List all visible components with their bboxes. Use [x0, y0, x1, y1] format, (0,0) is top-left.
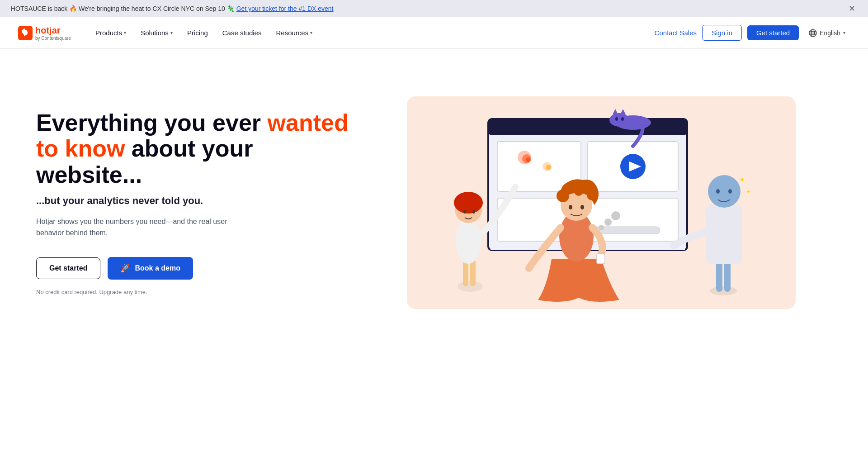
nav-item-resources[interactable]: Resources ▾ — [269, 25, 319, 40]
svg-rect-20 — [470, 259, 476, 286]
hero-content: Everything you ever wanted to know about… — [36, 76, 370, 329]
svg-point-33 — [569, 205, 572, 209]
sign-in-button[interactable]: Sign in — [702, 25, 742, 41]
logo-text: hotjar by Contentsquare — [35, 25, 71, 41]
announcement-bar: HOTSAUCE is back 🔥 We're bringing the he… — [0, 0, 868, 17]
svg-point-51 — [615, 117, 618, 121]
solutions-chevron-icon: ▾ — [170, 30, 173, 35]
announcement-text: HOTSAUCE is back 🔥 We're bringing the he… — [11, 5, 235, 12]
nav-item-products[interactable]: Products ▾ — [89, 25, 132, 40]
hero-subheadline: ...but your analytics never told you. — [36, 195, 352, 207]
svg-rect-28 — [597, 254, 605, 264]
svg-rect-40 — [724, 259, 731, 292]
svg-text:✦: ✦ — [739, 176, 745, 184]
announcement-link[interactable]: Get your ticket for the #1 DX event — [236, 5, 334, 12]
hero-disclaimer: No credit card required. Upgrade any tim… — [36, 289, 352, 295]
svg-point-37 — [611, 211, 620, 220]
logo[interactable]: hotjar by Contentsquare — [18, 25, 71, 41]
svg-point-14 — [526, 157, 530, 162]
hero-buttons: Get started 🚀 Book a demo — [36, 257, 352, 280]
svg-point-30 — [557, 190, 569, 202]
svg-point-48 — [609, 113, 629, 127]
resources-chevron-icon: ▾ — [310, 30, 312, 35]
hero-illustration: ✦ ✦ — [407, 96, 796, 309]
language-chevron-icon: ▾ — [843, 30, 845, 35]
announcement-close-button[interactable]: ✕ — [847, 4, 857, 14]
hero-book-demo-button[interactable]: 🚀 Book a demo — [108, 257, 193, 280]
rocket-icon: 🚀 — [120, 263, 130, 273]
announcement-content: HOTSAUCE is back 🔥 We're bringing the he… — [11, 5, 847, 12]
svg-point-21 — [456, 219, 481, 264]
svg-point-24 — [463, 210, 466, 214]
svg-point-52 — [621, 117, 624, 121]
hero-description: Hotjar shows you the numbers you need—an… — [36, 216, 253, 239]
svg-point-34 — [580, 205, 584, 209]
hero-illustration-container: ✦ ✦ — [370, 76, 832, 329]
svg-point-38 — [710, 286, 737, 295]
hero-section: Everything you ever wanted to know about… — [0, 49, 868, 356]
svg-point-42 — [708, 175, 741, 208]
svg-point-23 — [454, 192, 483, 214]
hero-get-started-button[interactable]: Get started — [36, 257, 100, 279]
svg-point-16 — [546, 165, 551, 170]
svg-point-44 — [728, 189, 732, 194]
get-started-nav-button[interactable]: Get started — [747, 25, 799, 40]
svg-point-36 — [604, 219, 612, 226]
hotjar-logo-icon — [18, 26, 33, 40]
svg-rect-5 — [488, 119, 687, 135]
hero-svg-illustration: ✦ ✦ — [407, 96, 796, 309]
main-nav: hotjar by Contentsquare Products ▾ Solut… — [0, 17, 868, 49]
nav-item-pricing[interactable]: Pricing — [181, 25, 214, 40]
language-label: English — [820, 29, 840, 37]
svg-rect-39 — [716, 259, 722, 292]
svg-point-35 — [599, 225, 604, 230]
globe-icon — [809, 29, 817, 37]
products-chevron-icon: ▾ — [124, 30, 126, 35]
svg-point-31 — [587, 190, 598, 200]
svg-point-25 — [472, 210, 475, 214]
language-selector[interactable]: English ▾ — [804, 26, 850, 40]
svg-text:✦: ✦ — [746, 189, 750, 195]
nav-item-solutions[interactable]: Solutions ▾ — [134, 25, 179, 40]
nav-item-case-studies[interactable]: Case studies — [216, 25, 268, 40]
nav-links: Products ▾ Solutions ▾ Pricing Case stud… — [89, 25, 655, 40]
nav-actions: Contact Sales Sign in Get started Englis… — [655, 25, 850, 41]
contact-sales-button[interactable]: Contact Sales — [655, 29, 697, 37]
svg-point-43 — [716, 189, 720, 194]
svg-rect-41 — [706, 205, 742, 264]
hero-headline: Everything you ever wanted to know about… — [36, 110, 352, 188]
svg-point-32 — [574, 187, 583, 196]
